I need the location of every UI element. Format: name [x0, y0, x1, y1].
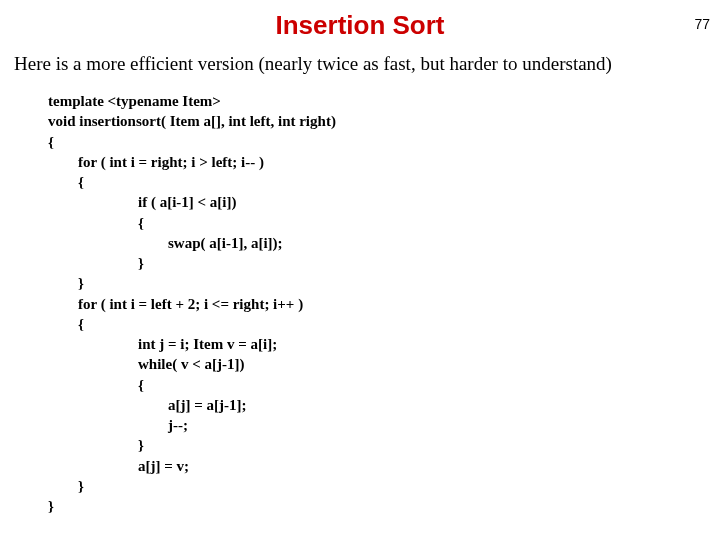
- code-block: template <typename Item> void insertions…: [48, 91, 720, 516]
- slide-title: Insertion Sort: [0, 10, 720, 41]
- slide-page: 77 Insertion Sort Here is a more efficie…: [0, 10, 720, 540]
- slide-subtitle: Here is a more efficient version (nearly…: [14, 53, 720, 75]
- page-number: 77: [694, 16, 710, 32]
